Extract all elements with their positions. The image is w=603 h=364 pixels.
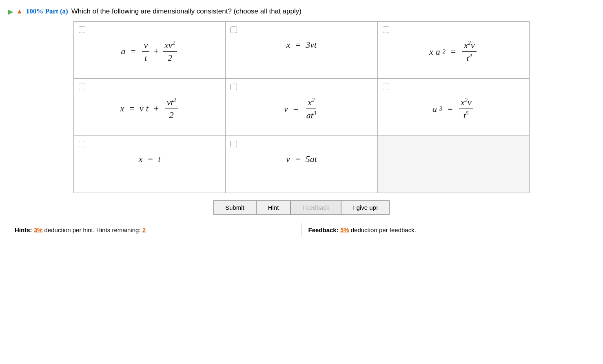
play-icon: ▶ [8, 8, 13, 16]
warning-icon: ▲ [16, 8, 23, 15]
feedback-deduction-text: deduction per feedback. [351, 226, 416, 233]
feedback-label: Feedback: [308, 226, 339, 233]
formula-4: x = vt + vt2 2 [120, 97, 179, 120]
formula-6: a3 = x2v t5 [432, 97, 474, 121]
option-cell-8: v = 5at [226, 136, 377, 193]
options-grid: a = v t + xv2 2 x [73, 21, 530, 193]
buttons-row: Submit Hint Feedback I give up! [8, 200, 595, 215]
igiveup-button[interactable]: I give up! [341, 200, 390, 215]
checkbox-8[interactable] [231, 141, 237, 147]
option-cell-3: xa2 = x2v t4 [378, 22, 530, 79]
feedback-deduction-value[interactable]: 5% [340, 226, 349, 233]
option-cell-2: x = 3vt [226, 22, 377, 79]
submit-button[interactable]: Submit [213, 200, 256, 215]
checkbox-6[interactable] [383, 84, 389, 90]
hints-label: Hints: [15, 226, 32, 233]
question-header: ▶ ▲ 100% Part (a) Which of the following… [8, 7, 595, 16]
checkbox-7[interactable] [79, 141, 85, 147]
formula-8: v = 5at [286, 154, 317, 164]
hint-button[interactable]: Hint [256, 200, 291, 215]
page-container: ▶ ▲ 100% Part (a) Which of the following… [0, 0, 603, 241]
checkbox-4[interactable] [79, 84, 85, 90]
checkbox-1[interactable] [79, 27, 85, 33]
option-cell-4: x = vt + vt2 2 [74, 79, 226, 136]
checkbox-5[interactable] [231, 84, 237, 90]
hints-left: Hints: 3% deduction per hint. Hints rema… [8, 223, 302, 237]
formula-5: v = x2 at3 [284, 97, 319, 121]
hints-feedback-row: Hints: 3% deduction per hint. Hints rema… [8, 219, 595, 237]
hint-deduction-text: deduction per hint. Hints remaining: [44, 226, 142, 233]
hints-remaining-value[interactable]: 2 [142, 226, 146, 233]
formula-1: a = v t + xv2 2 [121, 40, 178, 63]
part-label: 100% Part (a) [26, 7, 68, 16]
option-cell-7: x = t [74, 136, 226, 193]
formula-2: x = 3vt [286, 40, 317, 50]
hints-right: Feedback: 5% deduction per feedback. [302, 223, 595, 237]
hint-deduction-value[interactable]: 3% [34, 226, 43, 233]
option-cell-9 [378, 136, 530, 193]
option-cell-1: a = v t + xv2 2 [74, 22, 226, 79]
checkbox-2[interactable] [231, 27, 237, 33]
checkbox-3[interactable] [383, 27, 389, 33]
question-text: Which of the following are dimensionally… [71, 7, 302, 16]
option-cell-5: v = x2 at3 [226, 79, 377, 136]
formula-7: x = t [139, 154, 161, 164]
feedback-button[interactable]: Feedback [290, 200, 341, 215]
option-cell-6: a3 = x2v t5 [378, 79, 530, 136]
formula-3: xa2 = x2v t4 [429, 40, 477, 64]
